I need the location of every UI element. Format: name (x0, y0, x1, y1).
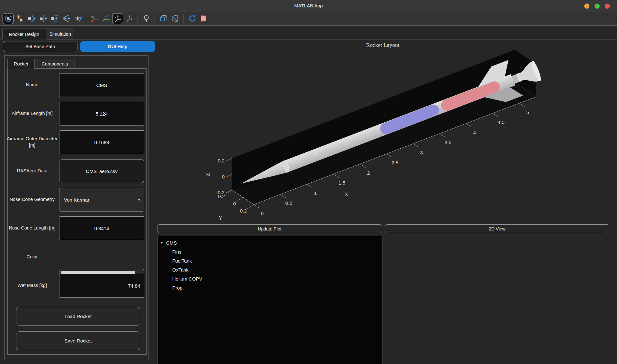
camera-toolbar: xYz (0, 12, 617, 26)
svg-text:3: 3 (420, 150, 423, 155)
rasaero-data-label: RASAero Data (6, 159, 58, 183)
nose-cone-geometry-field[interactable]: Von Karman (59, 188, 144, 212)
tree-item-label: Helium COPV (172, 276, 202, 282)
svg-text:2: 2 (367, 170, 370, 176)
tree-item-cms[interactable]: CMS (157, 238, 382, 247)
svg-text:1: 1 (314, 190, 317, 196)
toolbar-separator (155, 14, 155, 23)
tool-stop-camera[interactable] (198, 13, 209, 24)
tree-item-label: FuelTank (172, 258, 192, 264)
tree-collapse-icon[interactable] (160, 242, 163, 244)
color-label: Color (6, 245, 58, 269)
no-principal-axis-icon (125, 14, 134, 23)
airframe-length-m-field[interactable]: 5.124 (59, 102, 144, 126)
wet-mass-kg-value: 74.84 (128, 283, 140, 289)
x-axis-label: X (344, 191, 348, 197)
tab-rocket[interactable]: Rocket (7, 59, 35, 69)
tab-rocket-design-label: Rocket Design (9, 32, 39, 37)
svg-text:0: 0 (261, 211, 264, 216)
tool-orbit-scene-light[interactable] (14, 13, 25, 24)
tool-orbit-camera[interactable] (3, 13, 13, 24)
tool-reset-camera[interactable] (186, 13, 197, 24)
airframe-outer-diameter-m-value: 0.1683 (94, 140, 109, 145)
svg-text:Y: Y (106, 15, 107, 18)
set-base-path-label: Set Base Path (25, 44, 55, 49)
pan-tilt-camera-icon (27, 14, 36, 23)
y-principal-axis-icon: Y (102, 14, 111, 23)
svg-text:4: 4 (473, 130, 476, 135)
reset-camera-icon (188, 14, 196, 23)
rasaero-data-field[interactable]: CMS_aero.csv (59, 159, 144, 183)
tree-root-label: CMS (166, 240, 177, 246)
tool-no-principal-axis[interactable] (124, 13, 135, 24)
nose-cone-length-m-value: 0.8414 (94, 226, 109, 231)
tool-z-principal-axis[interactable]: z (112, 13, 123, 24)
zoom-camera-icon (62, 14, 70, 23)
z-axis-label: Z (205, 173, 211, 176)
tree-item-label: OxTank (172, 267, 189, 273)
tool-x-principal-axis[interactable]: x (89, 13, 100, 24)
tab-simulation[interactable]: Simulation (46, 29, 74, 39)
load-rocket-button[interactable]: Load Rocket (16, 307, 140, 326)
svg-text:-0.2: -0.2 (238, 208, 247, 213)
tab-strip-line (0, 39, 617, 39)
scene-light-icon (142, 14, 151, 23)
toolbar-separator (86, 14, 86, 23)
move-camera-horizontal-icon (50, 14, 59, 23)
name-field[interactable]: CMS (59, 73, 144, 97)
nose-cone-geometry-value: Von Karman (64, 197, 91, 203)
tree-item-fueltank[interactable]: FuelTank (157, 256, 382, 265)
save-rocket-label: Save Rocket (64, 338, 92, 343)
tool-zoom-camera[interactable] (60, 13, 71, 24)
tab-components[interactable]: Components (35, 59, 75, 68)
tree-item-fins[interactable]: Fins (157, 247, 382, 256)
save-rocket-button[interactable]: Save Rocket (16, 331, 140, 350)
tool-scene-light[interactable] (141, 13, 152, 24)
name-label: Name (6, 73, 58, 97)
tab-rocket-design[interactable]: Rocket Design (2, 29, 46, 39)
z-principal-axis-icon: z (113, 14, 122, 23)
close-button[interactable] (605, 4, 610, 9)
update-plot-button[interactable]: Update Plot (157, 224, 382, 233)
tree-item-label: Prop (172, 285, 183, 290)
perspective-projection-icon (171, 14, 179, 23)
view-2d-button[interactable]: 2D View (385, 224, 609, 233)
orthographic-projection-icon (159, 14, 168, 23)
gui-help-label: GUI Help (108, 44, 127, 49)
tree-item-oxtank[interactable]: OxTank (157, 265, 382, 274)
maximize-button[interactable] (595, 4, 600, 9)
name-value: CMS (96, 82, 107, 88)
tool-move-camera-vertical[interactable] (37, 13, 48, 24)
chevron-down-icon (138, 199, 141, 201)
tree-item-label: Fins (172, 249, 181, 255)
toolbar-separator (183, 14, 183, 23)
tab-simulation-label: Simulation (49, 31, 71, 37)
tool-perspective-projection[interactable] (169, 13, 180, 24)
gui-help-button[interactable]: GUI Help (80, 41, 155, 52)
svg-text:-0.2: -0.2 (216, 190, 225, 195)
rocket-3d-plot[interactable]: 00.511.522.533.544.55 0.20-0.2 0.20-0.2 … (150, 32, 617, 228)
wet-mass-kg-field[interactable]: 74.84 (59, 274, 144, 298)
toolbar-separator (138, 14, 138, 23)
svg-text:2.5: 2.5 (391, 160, 398, 165)
tool-move-camera-horizontal[interactable] (49, 13, 60, 24)
svg-text:0: 0 (222, 174, 225, 179)
airframe-length-m-label: Airframe Length [m] (6, 102, 58, 126)
z-tick-labels: 0.20-0.2 (216, 158, 232, 195)
tab-components-label: Components (41, 61, 68, 66)
svg-text:5: 5 (526, 109, 529, 115)
minimize-button[interactable] (584, 4, 589, 9)
nose-cone-length-m-field[interactable]: 0.8414 (59, 216, 144, 240)
airframe-outer-diameter-m-field[interactable]: 0.1683 (59, 130, 144, 154)
nose-cone-length-m-label: Nose Cone Length [m] (6, 216, 58, 240)
tool-y-principal-axis[interactable]: Y (101, 13, 112, 24)
set-base-path-button[interactable]: Set Base Path (3, 41, 77, 52)
view-2d-label: 2D View (489, 226, 505, 231)
tool-roll-camera[interactable] (72, 13, 83, 24)
tree-item-prop[interactable]: Prop (157, 283, 382, 292)
orbit-scene-light-icon (15, 14, 24, 23)
tree-item-helium-copv[interactable]: Helium COPV (157, 274, 382, 283)
update-plot-label: Update Plot (258, 226, 281, 231)
tool-pan-tilt-camera[interactable] (26, 13, 37, 24)
tool-orthographic-projection[interactable] (158, 13, 169, 24)
